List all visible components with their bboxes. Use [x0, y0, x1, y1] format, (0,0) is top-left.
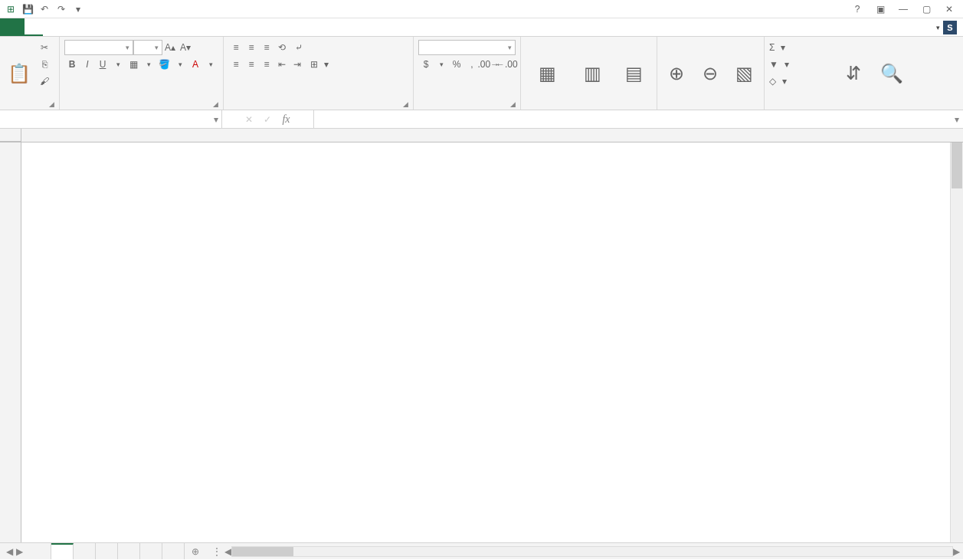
decrease-font-icon[interactable]: A▾	[178, 40, 193, 55]
ribbon-display-icon[interactable]: ▣	[870, 2, 891, 17]
increase-indent-icon[interactable]: ⇥	[290, 57, 305, 72]
sheet-nav-next-icon[interactable]: ▶	[16, 546, 23, 557]
hscroll-left-icon[interactable]: ◀	[224, 546, 231, 557]
font-name-select[interactable]: ▾	[64, 40, 133, 55]
align-bottom-icon[interactable]: ≡	[259, 40, 274, 55]
tab-review[interactable]	[116, 18, 135, 36]
merge-center-button[interactable]: ⊞ ▾	[305, 57, 334, 72]
fx-icon[interactable]: fx	[282, 113, 290, 126]
excel-icon[interactable]: ⊞	[5, 3, 17, 15]
tab-insert[interactable]	[43, 18, 61, 36]
enter-formula-icon[interactable]: ✓	[264, 114, 271, 125]
name-box[interactable]: ▾	[0, 110, 222, 128]
launcher-icon[interactable]: ◢	[213, 100, 218, 108]
sheet-tab-week4[interactable]	[140, 543, 162, 559]
vscroll-thumb[interactable]	[952, 142, 962, 188]
format-painter-icon[interactable]: 🖌	[37, 74, 52, 89]
select-all-corner[interactable]	[0, 129, 21, 142]
number-format-select[interactable]: ▾	[418, 40, 516, 55]
fill-button[interactable]: ▼ ▾	[768, 57, 834, 72]
underline-button[interactable]: U	[95, 57, 110, 72]
currency-icon[interactable]: $	[418, 57, 434, 72]
fill-dropdown-icon[interactable]: ▾	[172, 57, 188, 72]
close-icon[interactable]: ✕	[938, 2, 960, 17]
tab-view[interactable]	[135, 18, 153, 36]
decrease-indent-icon[interactable]: ⇤	[274, 57, 290, 72]
sheet-nav-prev-icon[interactable]: ◀	[6, 546, 13, 557]
cut-icon[interactable]: ✂	[37, 40, 52, 55]
undo-icon[interactable]: ↶	[38, 3, 51, 15]
minimize-icon[interactable]: —	[893, 2, 914, 17]
conditional-formatting-button[interactable]: ▦	[524, 38, 570, 106]
border-dropdown-icon[interactable]: ▾	[141, 57, 156, 72]
qat-customize-icon[interactable]: ▾	[72, 3, 84, 15]
tab-pagelayout[interactable]	[61, 18, 80, 36]
sheet-tab-week5[interactable]	[162, 543, 185, 559]
sheet-tab-week3[interactable]	[118, 543, 140, 559]
sheet-tab-license[interactable]	[29, 543, 51, 559]
sheet-tab-week2[interactable]	[96, 543, 118, 559]
format-as-table-button[interactable]: ▥	[572, 38, 613, 106]
fontcolor-dropdown-icon[interactable]: ▾	[203, 57, 218, 72]
font-size-select[interactable]: ▾	[133, 40, 162, 55]
percent-icon[interactable]: %	[449, 57, 464, 72]
align-top-icon[interactable]: ≡	[228, 40, 244, 55]
hscroll-right-icon[interactable]: ▶	[953, 546, 960, 557]
cancel-formula-icon[interactable]: ✕	[245, 114, 253, 125]
hscroll-track[interactable]	[231, 546, 953, 557]
cells-grid[interactable]	[21, 142, 963, 542]
tab-file[interactable]	[0, 18, 25, 36]
decrease-decimal-icon[interactable]: ←.00	[498, 57, 516, 72]
help-icon[interactable]: ?	[847, 2, 868, 17]
launcher-icon[interactable]: ◢	[510, 100, 516, 108]
currency-dropdown-icon[interactable]: ▾	[434, 57, 449, 72]
increase-font-icon[interactable]: A▴	[162, 40, 178, 55]
font-color-button[interactable]: A	[188, 57, 203, 72]
orientation-icon[interactable]: ⟲	[274, 40, 290, 55]
sheet-tab-sample[interactable]	[51, 543, 74, 559]
underline-dropdown-icon[interactable]: ▾	[110, 57, 126, 72]
copy-icon[interactable]: ⎘	[37, 57, 52, 72]
ribbon-account: ▾ S	[927, 18, 963, 36]
group-styles: ▦ ▥ ▤	[521, 37, 657, 110]
save-icon[interactable]: 💾	[21, 3, 34, 15]
fill-color-button[interactable]: 🪣	[156, 57, 172, 72]
launcher-icon[interactable]: ◢	[403, 100, 408, 108]
sort-filter-button[interactable]: ⇵	[835, 38, 872, 106]
bold-button[interactable]: B	[64, 57, 80, 72]
hscroll-thumb[interactable]	[232, 547, 293, 556]
horizontal-scrollbar[interactable]: ⋮ ◀ ▶	[206, 546, 963, 557]
tab-formulas[interactable]	[80, 18, 98, 36]
new-sheet-button[interactable]: ⊕	[185, 543, 206, 559]
insert-cells-button[interactable]: ⊕	[660, 38, 693, 106]
clear-button[interactable]: ◇ ▾	[768, 74, 834, 89]
expand-formula-icon[interactable]: ▾	[951, 110, 963, 128]
launcher-icon[interactable]: ◢	[49, 100, 54, 108]
wrap-text-button[interactable]: ⤶	[290, 40, 311, 55]
border-button[interactable]: ▦	[126, 57, 141, 72]
paste-icon: 📋	[8, 63, 31, 84]
account-badge[interactable]: S	[943, 21, 957, 34]
align-right-icon[interactable]: ≡	[259, 57, 274, 72]
redo-icon[interactable]: ↷	[55, 3, 67, 15]
tab-home[interactable]	[25, 18, 43, 36]
sheet-tab-week1[interactable]	[74, 543, 96, 559]
format-cells-button[interactable]: ▧	[728, 38, 760, 106]
cell-styles-button[interactable]: ▤	[614, 38, 653, 106]
find-select-button[interactable]: 🔍	[873, 38, 910, 106]
autosum-button[interactable]: Σ ▾	[768, 40, 834, 55]
align-middle-icon[interactable]: ≡	[244, 40, 259, 55]
delete-cells-button[interactable]: ⊖	[694, 38, 726, 106]
name-box-dropdown-icon[interactable]: ▾	[214, 114, 218, 125]
account-dropdown-icon[interactable]: ▾	[936, 24, 940, 31]
window-controls: ? ▣ — ▢ ✕	[843, 2, 963, 17]
align-center-icon[interactable]: ≡	[244, 57, 259, 72]
align-left-icon[interactable]: ≡	[228, 57, 244, 72]
paste-button[interactable]: 📋	[3, 38, 35, 106]
tab-data[interactable]	[98, 18, 116, 36]
formula-input[interactable]	[314, 110, 951, 128]
ribbon: 📋 ✂ ⎘ 🖌 ◢ ▾ ▾ A▴ A▾ B I U ▾	[0, 37, 963, 110]
maximize-icon[interactable]: ▢	[916, 2, 937, 17]
vertical-scrollbar[interactable]	[950, 142, 963, 542]
italic-button[interactable]: I	[80, 57, 95, 72]
